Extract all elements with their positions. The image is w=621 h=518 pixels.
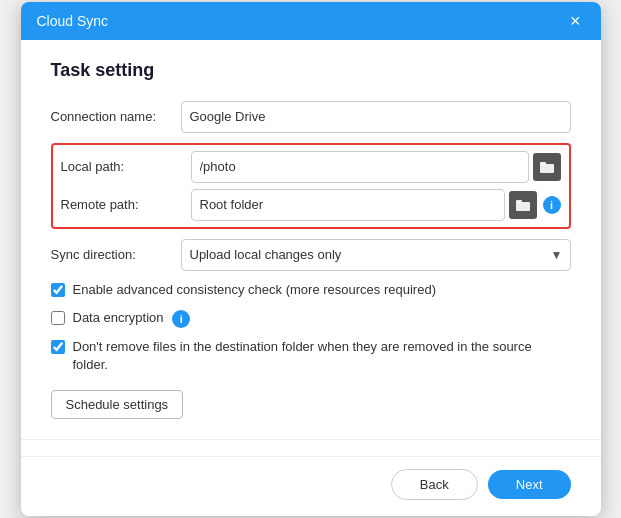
sync-direction-select[interactable]: Upload local changes only Download remot… <box>181 239 571 271</box>
local-path-label: Local path: <box>61 159 191 174</box>
dont-remove-label: Don't remove files in the destination fo… <box>73 338 571 374</box>
connection-name-row: Connection name: <box>51 101 571 133</box>
dont-remove-checkbox[interactable] <box>51 340 65 354</box>
footer-divider <box>21 439 601 440</box>
local-path-input[interactable] <box>191 151 529 183</box>
title-bar: Cloud Sync × <box>21 2 601 40</box>
folder-icon <box>540 161 554 173</box>
remote-path-label: Remote path: <box>61 197 191 212</box>
back-button[interactable]: Back <box>391 469 478 500</box>
folder-icon-2 <box>516 199 530 211</box>
section-title: Task setting <box>51 60 571 81</box>
data-encryption-checkbox[interactable] <box>51 311 65 325</box>
path-highlight-box: Local path: Remote path: <box>51 143 571 229</box>
sync-direction-row: Sync direction: Upload local changes onl… <box>51 239 571 271</box>
data-encryption-label: Data encryption i <box>73 309 191 328</box>
connection-name-input[interactable] <box>181 101 571 133</box>
local-path-field <box>191 151 561 183</box>
remote-path-folder-button[interactable] <box>509 191 537 219</box>
advanced-consistency-label: Enable advanced consistency check (more … <box>73 281 436 299</box>
cloud-sync-dialog: Cloud Sync × Task setting Connection nam… <box>21 2 601 516</box>
svg-rect-3 <box>516 200 522 203</box>
connection-name-field <box>181 101 571 133</box>
dialog-footer: Back Next <box>21 456 601 516</box>
sync-direction-field: Upload local changes only Download remot… <box>181 239 571 271</box>
sync-direction-select-wrapper: Upload local changes only Download remot… <box>181 239 571 271</box>
remote-path-row: Remote path: i <box>61 189 561 221</box>
data-encryption-info-button[interactable]: i <box>172 310 190 328</box>
svg-rect-0 <box>540 164 554 173</box>
schedule-settings-button[interactable]: Schedule settings <box>51 390 184 419</box>
data-encryption-row: Data encryption i <box>51 309 571 328</box>
local-path-folder-button[interactable] <box>533 153 561 181</box>
next-button[interactable]: Next <box>488 470 571 499</box>
close-button[interactable]: × <box>566 12 585 30</box>
sync-direction-label: Sync direction: <box>51 247 181 262</box>
dialog-body: Task setting Connection name: Local path… <box>21 40 601 439</box>
connection-name-label: Connection name: <box>51 109 181 124</box>
remote-path-info-button[interactable]: i <box>543 196 561 214</box>
remote-path-field: i <box>191 189 561 221</box>
advanced-consistency-row: Enable advanced consistency check (more … <box>51 281 571 299</box>
advanced-consistency-checkbox[interactable] <box>51 283 65 297</box>
local-path-row: Local path: <box>61 151 561 183</box>
remote-path-input[interactable] <box>191 189 505 221</box>
dialog-title: Cloud Sync <box>37 13 109 29</box>
svg-rect-2 <box>516 202 530 211</box>
dont-remove-row: Don't remove files in the destination fo… <box>51 338 571 374</box>
svg-rect-1 <box>540 162 546 165</box>
